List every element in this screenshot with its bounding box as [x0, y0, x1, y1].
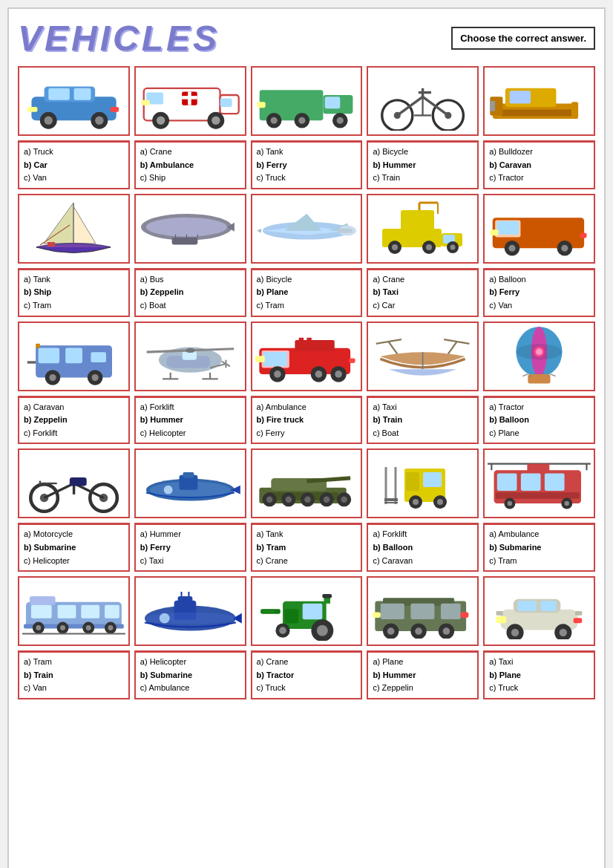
svg-point-88: [561, 244, 568, 251]
option-b: b) Plane: [257, 286, 357, 299]
image-cell: [367, 448, 479, 518]
option-c: c) Car: [373, 299, 473, 313]
svg-point-168: [323, 496, 330, 503]
svg-rect-197: [528, 464, 550, 472]
vehicle-image: [485, 578, 594, 645]
option-b: b) Submarine: [140, 669, 240, 682]
answer-cell: a) Tankb) Ferryc) Truck: [251, 140, 363, 189]
vehicle-image: [19, 578, 128, 645]
svg-point-162: [266, 496, 273, 503]
option-c: c) Taxi: [140, 555, 240, 568]
vehicle-image: [136, 323, 245, 390]
answer-text: a) Caravanb) Zeppelinc) Forklift: [19, 397, 128, 443]
svg-rect-231: [324, 597, 330, 604]
image-cell: [18, 194, 130, 264]
svg-point-19: [212, 117, 220, 125]
svg-rect-202: [81, 605, 99, 619]
option-b: b) Tram: [257, 541, 357, 555]
image-cell: [251, 66, 363, 136]
option-a: a) Helicopter: [140, 656, 240, 669]
option-b: b) Balloon: [373, 541, 473, 555]
svg-rect-203: [105, 605, 119, 619]
svg-rect-124: [295, 340, 334, 351]
page: VEHICLES Choose the correct answer.: [7, 7, 606, 868]
svg-rect-126: [306, 338, 311, 342]
svg-point-253: [560, 628, 567, 636]
answer-cell: a) Craneb) Ambulancec) Ship: [134, 140, 246, 189]
svg-point-7: [95, 117, 103, 125]
svg-point-170: [341, 496, 347, 503]
answer-text: a) Busb) Zeppelinc) Boat: [136, 270, 245, 316]
svg-point-56: [146, 218, 227, 237]
option-c: c) Ship: [140, 172, 240, 185]
option-a: a) Tractor: [489, 401, 589, 414]
vehicle-image: [485, 323, 594, 390]
option-c: c) Forklift: [24, 427, 124, 440]
answer-text: a) Ambulanceb) Fire truckc) Ferry: [252, 397, 361, 443]
svg-rect-189: [496, 492, 580, 499]
answer-cell: a) Tramb) Trainc) Van: [18, 650, 130, 699]
svg-rect-72: [401, 210, 434, 232]
option-a: a) Bicycle: [257, 273, 357, 287]
svg-rect-176: [406, 472, 419, 491]
answer-cell: a) Tractorb) Balloonc) Plane: [483, 396, 595, 445]
answer-cell: a) Balloonb) Ferryc) Van: [483, 268, 595, 317]
svg-point-143: [40, 494, 48, 502]
image-cell: [251, 322, 363, 391]
answer-text: a) Tankb) Shipc) Tram: [19, 270, 128, 316]
option-b: b) Hummer: [373, 159, 473, 172]
svg-point-86: [508, 244, 515, 251]
option-b: b) Zeppelin: [140, 286, 240, 299]
answer-cell: a) Tankb) Tramc) Crane: [251, 523, 363, 572]
svg-point-105: [186, 348, 195, 353]
option-a: a) Plane: [373, 656, 473, 669]
svg-marker-50: [44, 203, 73, 244]
answer-text: a) Bulldozerb) Caravanc) Tractor: [485, 142, 594, 188]
image-cell: [134, 576, 246, 646]
svg-rect-116: [255, 356, 265, 363]
svg-rect-89: [490, 229, 498, 235]
option-a: a) Forklift: [373, 528, 473, 541]
svg-point-193: [565, 501, 569, 506]
answer-cell: a) Bicycleb) Planec) Tram: [251, 268, 363, 317]
answer-text: a) Planeb) Hummerc) Zeppelin: [368, 652, 477, 698]
vehicle-image: [19, 323, 128, 390]
option-a: a) Forklift: [140, 401, 240, 414]
option-b: b) Ferry: [257, 159, 357, 172]
svg-point-136: [536, 348, 542, 355]
option-a: a) Tank: [257, 528, 357, 541]
image-cell: [251, 194, 363, 264]
option-c: c) Boat: [140, 299, 240, 313]
image-cell: [18, 448, 130, 518]
option-b: b) Ship: [24, 286, 124, 299]
svg-point-228: [279, 627, 286, 634]
svg-rect-254: [496, 616, 507, 622]
answer-text: a) Tankb) Ferryc) Truck: [252, 142, 361, 188]
answer-cell: a) Bicycleb) Hummerc) Train: [367, 140, 479, 189]
option-a: a) Taxi: [373, 401, 473, 414]
image-cell: [134, 194, 246, 264]
svg-rect-236: [411, 603, 435, 619]
option-a: a) Caravan: [24, 401, 124, 414]
svg-rect-223: [303, 604, 323, 619]
svg-point-145: [99, 494, 108, 502]
answer-text: a) Ambulanceb) Submarinec) Tram: [485, 524, 594, 570]
svg-rect-21: [141, 100, 149, 105]
option-c: c) Ferry: [257, 427, 357, 440]
svg-line-138: [522, 374, 528, 376]
svg-rect-2: [48, 88, 70, 100]
option-a: a) Truck: [24, 146, 124, 159]
instruction-box: Choose the correct answer.: [451, 27, 595, 50]
svg-point-97: [49, 374, 56, 381]
vehicle-image: [368, 68, 477, 134]
svg-rect-256: [496, 611, 503, 616]
option-a: a) Motorcycle: [24, 528, 124, 541]
vehicle-image: [252, 578, 361, 645]
vehicle-image: [136, 195, 245, 262]
image-cell: [251, 448, 363, 518]
svg-point-119: [274, 371, 281, 378]
option-c: c) Tram: [489, 555, 589, 568]
answer-cell: a) Taxib) Planec) Truck: [483, 650, 595, 699]
svg-rect-115: [263, 352, 286, 366]
svg-point-212: [108, 625, 113, 630]
